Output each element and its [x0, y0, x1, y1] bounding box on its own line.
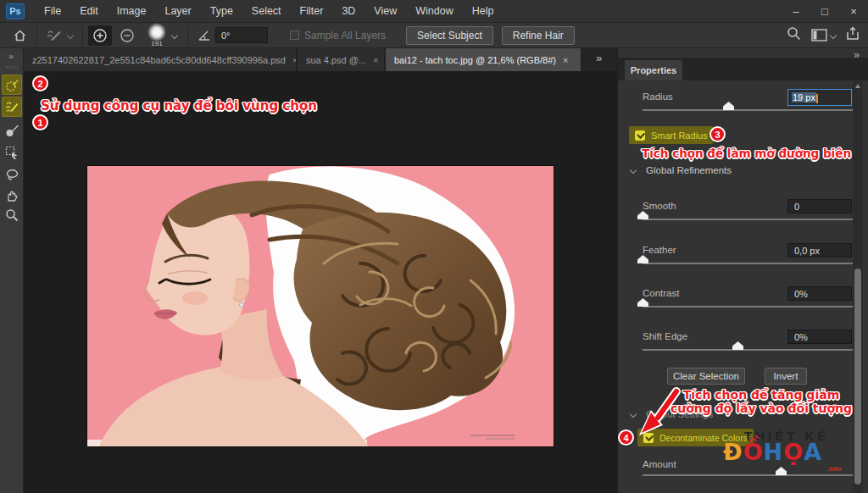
menu-view[interactable]: View — [364, 1, 406, 21]
shift-edge-slider-thumb[interactable] — [732, 341, 743, 350]
menu-edit[interactable]: Edit — [70, 1, 108, 21]
watermark-letter: A — [804, 439, 822, 465]
polygonal-selection-tool[interactable] — [2, 142, 22, 163]
smart-radius-label: Smart Radius — [651, 130, 708, 141]
tab-properties[interactable]: Properties — [625, 60, 682, 80]
menu-window[interactable]: Window — [406, 1, 462, 21]
scroll-up-icon[interactable] — [855, 84, 860, 88]
chevron-down-icon — [67, 31, 74, 38]
select-subject-button[interactable]: Select Subject — [406, 26, 493, 45]
refine-edge-brush-tool[interactable] — [2, 97, 22, 117]
annotation-smart-radius-note: Tích chọn để làm mờ đường biên — [642, 147, 851, 160]
shift-edge-label: Shift Edge — [643, 331, 687, 341]
radius-slider[interactable] — [643, 109, 853, 111]
angle-input[interactable]: 0° — [215, 27, 268, 43]
document-tab-bar: z2517402622817_2e551c84bad6c5c80dd648cff… — [24, 48, 617, 71]
amount-slider-thumb[interactable] — [776, 467, 787, 475]
contrast-input[interactable]: 0% — [787, 286, 852, 301]
radius-label: Radius — [643, 91, 673, 102]
smart-radius-checkbox[interactable]: Smart Radius — [629, 126, 714, 144]
checked-checkbox-icon — [635, 130, 645, 141]
menu-layer[interactable]: Layer — [155, 1, 200, 21]
tool-strip: » — [0, 48, 24, 493]
brush-tool[interactable] — [2, 120, 22, 141]
annotation-badge-1: 1 — [32, 114, 48, 130]
chevron-down-icon — [630, 167, 637, 174]
amount-label: Amount — [643, 459, 676, 469]
close-tab-icon[interactable]: × — [373, 55, 378, 65]
annotation-output-note: Tích chọn để tăng giảm cường độ lấy vào … — [663, 388, 860, 415]
menu-type[interactable]: Type — [201, 1, 242, 21]
menu-items: File Edit Image Layer Type Select Filter… — [35, 1, 503, 21]
panel-collapse-icon[interactable]: » — [0, 48, 23, 61]
photoshop-logo: Ps — [6, 3, 25, 19]
smooth-slider-thumb[interactable] — [637, 211, 648, 219]
annotation-line: cường độ lấy vào đối tượng — [663, 402, 860, 415]
photoshop-window: Ps File Edit Image Layer Type Select Fil… — [0, 0, 868, 493]
sample-all-layers-checkbox[interactable]: Sample All Layers — [290, 30, 386, 42]
contrast-slider-thumb[interactable] — [637, 298, 648, 307]
invert-button[interactable]: Invert — [765, 368, 807, 385]
refine-hair-button[interactable]: Refine Hair — [502, 26, 575, 45]
document-tab-3-active[interactable]: bai12 - tach toc.jpg @ 21,6% (RGB/8#) × — [386, 48, 582, 71]
menu-help[interactable]: Help — [463, 1, 504, 21]
quick-selection-tool[interactable] — [2, 75, 22, 95]
zoom-tool[interactable] — [2, 205, 22, 225]
feather-label: Feather — [643, 245, 676, 255]
menu-image[interactable]: Image — [108, 1, 156, 21]
home-icon[interactable] — [8, 25, 31, 46]
feather-slider[interactable] — [643, 263, 853, 264]
separator — [187, 26, 188, 45]
smooth-slider[interactable] — [643, 219, 853, 220]
watermark-logo: ĐỒHỌA — [723, 439, 822, 465]
radius-slider-thumb[interactable] — [723, 102, 734, 110]
refine-brush-tool-icon[interactable] — [42, 25, 77, 46]
search-icon[interactable] — [787, 26, 801, 44]
menu-file[interactable]: File — [35, 1, 70, 21]
clear-selection-button[interactable]: Clear Selection — [667, 368, 745, 385]
feather-input[interactable]: 0,0 px — [787, 243, 852, 258]
smooth-input[interactable]: 0 — [787, 199, 852, 213]
document-tab-2[interactable]: sua 4.psd @... × — [298, 48, 386, 71]
chevron-down-icon[interactable] — [171, 31, 178, 38]
maximize-button[interactable]: □ — [810, 2, 839, 21]
shift-edge-slider[interactable] — [643, 349, 853, 351]
global-refinements-section[interactable]: Global Refinements — [631, 165, 732, 175]
document-tab-1[interactable]: z2517402622817_2e551c84bad6c5c80dd648cff… — [24, 48, 298, 71]
amount-slider[interactable] — [643, 474, 853, 476]
lasso-tool[interactable] — [2, 164, 22, 185]
checkbox-icon — [290, 30, 299, 40]
brush-size-picker[interactable]: 191 — [147, 23, 166, 47]
watermark-letter: Ọ — [783, 439, 804, 465]
hand-tool[interactable] — [2, 186, 22, 206]
shift-edge-input[interactable]: 0% — [787, 330, 852, 344]
add-to-selection-button[interactable] — [88, 25, 112, 46]
document-image[interactable] — [87, 166, 554, 446]
brush-preview-icon — [147, 23, 166, 42]
smooth-label: Smooth — [643, 201, 676, 211]
panel-grip[interactable] — [6, 66, 18, 69]
radius-input[interactable]: 19 px — [787, 89, 852, 106]
watermark-letter: Đ — [723, 439, 743, 465]
tab-label: bai12 - tach toc.jpg @ 21,6% (RGB/8#) — [394, 55, 556, 65]
tab-label: z2517402622817_2e551c84bad6c5c80dd648cff… — [32, 55, 286, 65]
share-icon[interactable] — [846, 26, 860, 44]
minimize-button[interactable]: – — [782, 2, 810, 21]
watermark-letter: H — [764, 439, 784, 465]
workspace-switcher[interactable] — [811, 29, 836, 42]
close-button[interactable]: × — [839, 2, 868, 21]
watermark-suffix: .info — [827, 465, 842, 473]
menu-select[interactable]: Select — [242, 1, 291, 21]
menu-filter[interactable]: Filter — [291, 1, 333, 21]
menu-3d[interactable]: 3D — [332, 1, 364, 21]
panel-scrollbar[interactable] — [853, 80, 863, 493]
annotation-badge-3: 3 — [709, 126, 726, 142]
tab-overflow-icon[interactable]: » — [589, 48, 609, 71]
close-tab-icon[interactable]: × — [563, 55, 568, 65]
options-bar: 191 0° Sample All Layers Select Subject … — [0, 23, 868, 48]
feather-slider-thumb[interactable] — [637, 255, 648, 263]
scrollbar-thumb[interactable] — [854, 269, 861, 485]
subtract-from-selection-button[interactable] — [115, 25, 139, 46]
contrast-slider[interactable] — [643, 306, 853, 307]
sample-all-layers-label: Sample All Layers — [304, 30, 386, 42]
